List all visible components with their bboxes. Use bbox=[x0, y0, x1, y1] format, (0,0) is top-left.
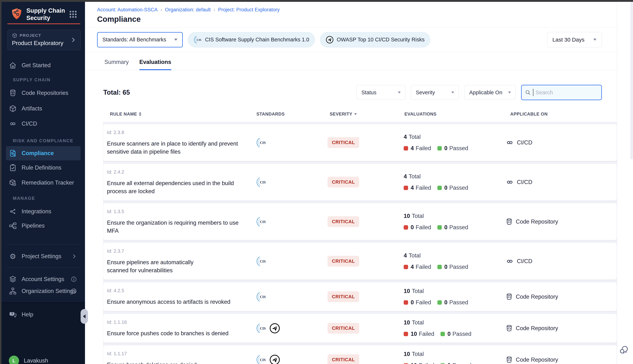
right-margin bbox=[617, 2, 633, 364]
sidebar: Supply ChainSecurity PROJECT Product Exp… bbox=[2, 2, 85, 364]
sidebar-item-code-repositories[interactable]: Code Repositories bbox=[6, 87, 80, 99]
info-icon[interactable] bbox=[71, 288, 77, 294]
cis-benchmark-chip[interactable]: CIS Software Supply Chain Benchmarks 1.0 bbox=[188, 32, 315, 48]
project-selector[interactable]: PROJECT Product Exploratory bbox=[7, 30, 80, 50]
rule-name: Ensure scanners are in place to identify… bbox=[107, 140, 252, 156]
tab-evaluations[interactable]: Evaluations bbox=[140, 59, 171, 70]
support-chat-icon[interactable] bbox=[619, 345, 628, 354]
sidebar-item-label: Artifacts bbox=[22, 105, 42, 112]
info-icon[interactable] bbox=[71, 276, 77, 282]
sidebar-item-organization-settings[interactable]: Organization Settings bbox=[6, 285, 80, 297]
breadcrumb-separator: › bbox=[214, 7, 215, 13]
sidebar-item-account-settings[interactable]: Account Settings bbox=[6, 273, 80, 285]
cis-logo-icon bbox=[256, 256, 267, 266]
sidebar-item-label: CI/CD bbox=[22, 120, 37, 127]
table-row[interactable]: Id: 2.3.7 Ensure pipelines are automatic… bbox=[103, 243, 617, 280]
total-count: Total: 65 bbox=[103, 88, 130, 96]
sort-icon bbox=[139, 112, 142, 116]
sidebar-item-remediation-tracker[interactable]: Remediation Tracker bbox=[6, 177, 80, 189]
cicd-infinity-icon bbox=[506, 258, 514, 264]
chip-label: OWASP Top 10 CI/CD Security Risks bbox=[337, 36, 424, 43]
cis-logo-icon bbox=[256, 292, 267, 302]
sidebar-item-label: Account Settings bbox=[22, 276, 64, 282]
cis-logo-icon bbox=[256, 323, 267, 334]
sidebar-item-label: Remediation Tracker bbox=[22, 180, 74, 186]
rule-id: Id: 2.3.8 bbox=[107, 130, 254, 135]
table-row[interactable]: Id: 1.1.16 Ensure force pushes code to b… bbox=[103, 314, 617, 342]
main-content: Account: Automation-SSCA › Organization:… bbox=[85, 2, 617, 364]
cicd-infinity-icon bbox=[506, 140, 514, 146]
severity-badge: CRITICAL bbox=[328, 256, 359, 266]
collapse-sidebar-handle[interactable] bbox=[80, 309, 88, 324]
chip-label: CIS Software Supply Chain Benchmarks 1.0 bbox=[205, 36, 309, 43]
table-row[interactable]: Id: 1.3.5 Ensure the organization is req… bbox=[103, 203, 617, 240]
clipboard-check-icon bbox=[9, 164, 17, 172]
gear-icon: ⚙ bbox=[9, 252, 17, 260]
chevron-down-icon bbox=[174, 39, 178, 41]
code-repository-icon bbox=[506, 293, 513, 300]
sidebar-item-get-started[interactable]: Get Started bbox=[6, 59, 80, 72]
cis-logo-icon bbox=[256, 216, 267, 227]
table-row[interactable]: Id: 1.1.17 Ensure branch deletions are d… bbox=[103, 345, 617, 364]
user-menu[interactable]: L Lavakush bbox=[6, 355, 80, 364]
brand-shield-logo bbox=[11, 8, 22, 21]
standards-dropdown[interactable]: Standards: All Benchmarks bbox=[97, 32, 183, 48]
home-icon bbox=[9, 61, 17, 70]
search-field[interactable] bbox=[521, 85, 602, 100]
severity-filter-label: Severity bbox=[416, 90, 435, 96]
status-filter-dropdown[interactable]: Status bbox=[356, 85, 405, 100]
scrollbar-thumb[interactable] bbox=[630, 2, 633, 159]
rule-name: Ensure the organization is requiring mem… bbox=[107, 219, 252, 235]
passed-square-icon bbox=[438, 186, 442, 190]
severity-filter-dropdown[interactable]: Severity bbox=[411, 85, 459, 100]
page-header: Account: Automation-SSCA › Organization:… bbox=[85, 2, 617, 28]
sidebar-item-label: Rule Definitions bbox=[22, 164, 61, 171]
project-cube-icon bbox=[12, 33, 18, 38]
table-row[interactable]: Id: 2.4.2 Ensure all external dependenci… bbox=[103, 164, 617, 200]
sidebar-item-integrations[interactable]: Integrations bbox=[6, 206, 80, 218]
apps-grid-icon[interactable] bbox=[68, 10, 78, 19]
owasp-chip[interactable]: OWASP Top 10 CI/CD Security Risks bbox=[320, 32, 430, 48]
severity-badge: CRITICAL bbox=[328, 323, 359, 334]
applicable-on-cell: CI/CD bbox=[502, 179, 617, 186]
evaluations-cell: 4Total 4Failed 0Passed bbox=[400, 134, 502, 152]
rule-id: Id: 4.2.5 bbox=[107, 288, 254, 294]
tab-bar: Summary Evaluations bbox=[85, 52, 617, 70]
breadcrumb-account-link[interactable]: Account: Automation-SSCA bbox=[97, 7, 158, 13]
column-header-severity[interactable]: SEVERITY bbox=[326, 112, 403, 117]
sidebar-item-compliance[interactable]: Compliance bbox=[6, 146, 80, 160]
evaluations-cell: 10Total 0Failed 0Passed bbox=[400, 213, 502, 231]
breadcrumb-project-link[interactable]: Project: Product Exploratory bbox=[218, 7, 280, 13]
date-range-label: Last 30 Days bbox=[552, 36, 584, 43]
passed-square-icon bbox=[438, 265, 442, 269]
code-repository-icon bbox=[506, 325, 513, 332]
sidebar-item-label: Help bbox=[22, 311, 33, 318]
cis-logo-icon bbox=[256, 137, 267, 148]
date-range-dropdown[interactable]: Last 30 Days bbox=[547, 32, 602, 48]
compliance-doc-search-icon bbox=[9, 149, 17, 157]
brand-divider bbox=[7, 24, 80, 24]
sidebar-item-project-settings[interactable]: ⚙ Project Settings bbox=[6, 250, 80, 262]
table-row[interactable]: Id: 4.2.5 Ensure anonymous access to art… bbox=[103, 282, 617, 311]
failed-square-icon bbox=[404, 363, 408, 364]
applicable-on-filter-dropdown[interactable]: Applicable On bbox=[464, 85, 516, 100]
search-input[interactable] bbox=[536, 89, 598, 96]
project-eyebrow-label: PROJECT bbox=[20, 33, 41, 38]
breadcrumb-organization-link[interactable]: Organization: default bbox=[165, 7, 211, 13]
sidebar-item-label: Integrations bbox=[22, 208, 51, 215]
applicable-on-cell: Code Repository bbox=[502, 218, 617, 226]
sidebar-item-label: Get Started bbox=[22, 62, 51, 69]
sidebar-item-help[interactable]: Help bbox=[6, 308, 80, 320]
evaluations-cell: 10Total 10Failed 0Passed bbox=[400, 351, 502, 364]
sidebar-item-artifacts[interactable]: Artifacts bbox=[6, 102, 80, 114]
sidebar-item-pipelines[interactable]: Pipelines bbox=[6, 220, 80, 232]
rules-list: Id: 2.3.8 Ensure scanners are in place t… bbox=[103, 122, 617, 364]
sidebar-item-cicd[interactable]: CI/CD bbox=[6, 118, 80, 130]
chevron-down-icon bbox=[451, 92, 454, 94]
help-chat-icon bbox=[9, 310, 17, 318]
column-header-rule-name[interactable]: RULE NAME bbox=[110, 112, 256, 117]
table-row[interactable]: Id: 2.3.8 Ensure scanners are in place t… bbox=[103, 124, 617, 161]
tab-summary[interactable]: Summary bbox=[104, 59, 129, 70]
evaluations-cell: 10Total 10Failed 0Passed bbox=[400, 319, 502, 337]
sidebar-item-rule-definitions[interactable]: Rule Definitions bbox=[6, 162, 80, 174]
